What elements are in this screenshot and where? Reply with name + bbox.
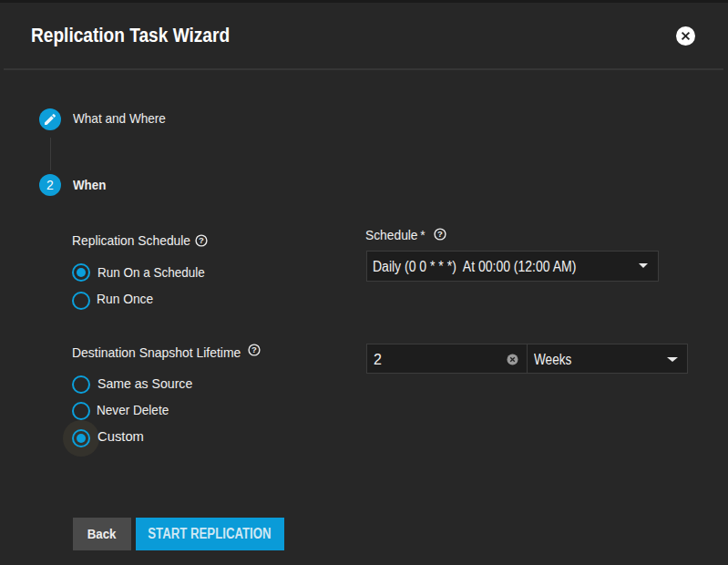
svg-text:?: ?	[199, 235, 204, 245]
svg-text:?: ?	[437, 230, 443, 240]
svg-text:?: ?	[251, 344, 257, 354]
